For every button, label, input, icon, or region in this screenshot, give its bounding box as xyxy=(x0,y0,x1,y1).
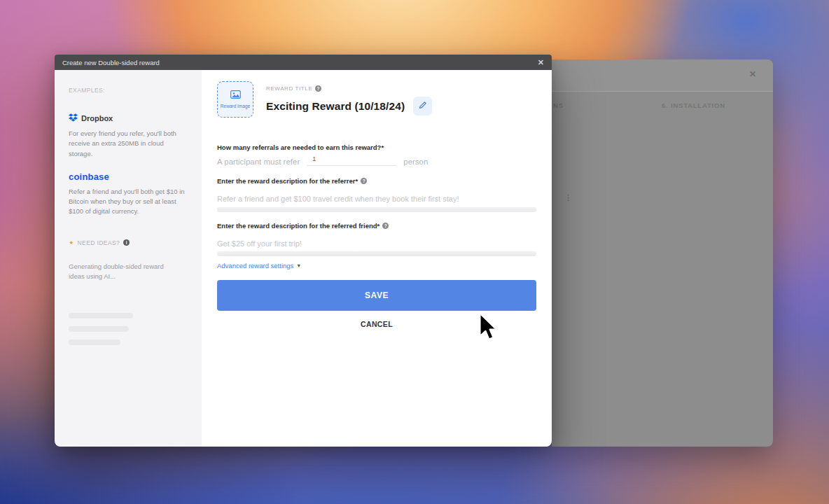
reward-image-upload[interactable]: Reward Image xyxy=(217,81,253,118)
dropbox-name: Dropbox xyxy=(81,114,113,122)
examples-label: EXAMPLES: xyxy=(69,87,188,94)
referral-count-row: A participant must refer 1 person xyxy=(217,155,428,166)
skeleton-loading-bar xyxy=(69,326,129,332)
background-window: ✕ NS 6. INSTALLATION ⋮ xyxy=(552,59,773,447)
referred-description-input[interactable]: Get $25 off your first trip! xyxy=(217,239,302,248)
dropbox-icon xyxy=(69,112,78,125)
pencil-icon xyxy=(419,101,427,111)
background-window-header xyxy=(552,59,773,92)
create-reward-modal: Create new Double-sided reward ✕ EXAMPLE… xyxy=(55,55,552,447)
kebab-menu-icon[interactable]: ⋮ xyxy=(564,194,572,201)
coinbase-name: coinbase xyxy=(69,172,188,182)
referrals-question-label: How many referrals are needed to earn th… xyxy=(217,144,384,151)
help-icon[interactable]: ? xyxy=(382,223,389,229)
modal-title-bar: Create new Double-sided reward ✕ xyxy=(55,55,552,70)
skeleton-loading-bar xyxy=(69,340,120,345)
save-button[interactable]: SAVE xyxy=(217,280,536,311)
referrals-prefix: A participant must refer xyxy=(217,158,300,166)
cancel-button[interactable]: CANCEL xyxy=(202,320,552,328)
close-icon[interactable]: ✕ xyxy=(538,58,544,67)
skeleton-loading-bar xyxy=(69,313,133,318)
examples-sidebar: EXAMPLES: Dropbox For every fr xyxy=(55,70,202,447)
dropbox-example-header: Dropbox xyxy=(69,112,188,125)
background-tab-installation[interactable]: 6. INSTALLATION xyxy=(662,102,725,109)
advanced-settings-link[interactable]: Advanced reward settings ▼ xyxy=(217,262,301,270)
sparkle-icon: ✦ xyxy=(69,239,74,246)
need-ideas-header: ✦ NEED IDEAS? i xyxy=(69,239,188,246)
referrer-input-underline xyxy=(217,207,536,212)
referrer-description-label: Enter the reward description for the ref… xyxy=(217,177,367,185)
background-tab-fragment[interactable]: NS xyxy=(553,102,564,109)
reward-title-label-row: REWARD TITLE ? xyxy=(266,85,432,92)
image-icon xyxy=(230,89,241,102)
reward-title-value: Exciting Reward (10/18/24) xyxy=(266,100,405,113)
reward-title-label: REWARD TITLE xyxy=(266,85,312,92)
modal-title: Create new Double-sided reward xyxy=(62,59,160,66)
referrals-suffix: person xyxy=(403,158,428,166)
help-icon[interactable]: ? xyxy=(361,178,367,184)
mouse-cursor xyxy=(478,312,499,346)
edit-title-button[interactable] xyxy=(413,97,432,115)
need-ideas-label: NEED IDEAS? xyxy=(78,239,120,246)
background-close-icon[interactable]: ✕ xyxy=(749,69,756,79)
referrer-description-input[interactable]: Refer a friend and get $100 travel credi… xyxy=(217,195,459,203)
ai-generating-status: Generating double-sided reward ideas usi… xyxy=(69,262,177,282)
chevron-down-icon: ▼ xyxy=(296,263,301,268)
referral-count-input[interactable]: 1 xyxy=(307,155,396,166)
coinbase-description: Refer a friend and you'll both get $10 i… xyxy=(69,187,188,217)
referred-description-label: Enter the reward description for the ref… xyxy=(217,222,389,230)
info-icon[interactable]: i xyxy=(123,239,130,246)
reward-form: Reward Image REWARD TITLE ? Exciting Rew… xyxy=(202,70,552,447)
help-icon[interactable]: ? xyxy=(315,85,321,92)
reward-image-label: Reward Image xyxy=(221,104,250,109)
referred-input-underline xyxy=(217,251,536,256)
dropbox-description: For every friend you refer, you'll both … xyxy=(69,129,188,159)
